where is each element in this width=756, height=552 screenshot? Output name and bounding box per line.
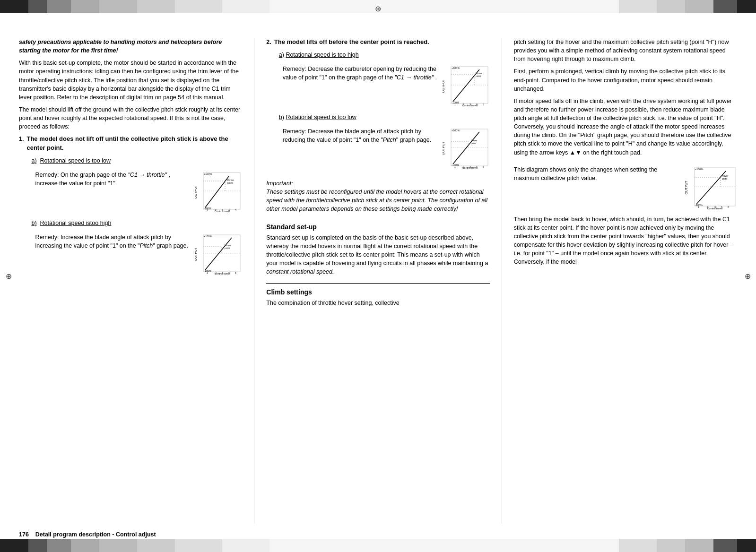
standard-setup-section: Standard set-up Standard set-up is compl…: [266, 218, 489, 280]
chart-1b: OUTPUT +100% -100% Control travel 1 2 3 …: [195, 233, 242, 276]
column-1: safety precautions applicable to handlin…: [19, 38, 242, 524]
item-1-number: 1.: [19, 135, 24, 279]
svg-text:2: 2: [215, 271, 217, 274]
chart-1a: OUTPUT +100% -100% Control travel 1 2 3 …: [195, 171, 242, 213]
svg-text:+100%: +100%: [452, 67, 460, 69]
svg-text:point: point: [722, 177, 727, 180]
svg-text:2: 2: [707, 206, 708, 208]
page-number: 176: [19, 531, 29, 538]
item-2b-label: b) Rotational speed is too low: [279, 113, 356, 121]
diagram-caption: This diagram shows only the changes when…: [514, 165, 678, 186]
svg-rect-32: [451, 67, 488, 104]
item-1a-detail: Remedy: On the graph page of the "C1 → t…: [35, 171, 242, 213]
svg-text:1: 1: [698, 206, 699, 208]
svg-text:3: 3: [469, 103, 471, 106]
col3-text2: First, perform a prolonged, vertical cli…: [514, 67, 737, 93]
col-divider-2: [502, 38, 502, 524]
item-2-sub-a: a) Rotational speed is too high: [279, 51, 490, 59]
svg-text:5: 5: [728, 206, 729, 208]
svg-text:3: 3: [714, 206, 716, 208]
footer-title: Detail program description - Control adj…: [35, 531, 156, 538]
item-1-content: The model does not lift off until the co…: [26, 135, 242, 279]
main-content: safety precautions applicable to handlin…: [0, 28, 756, 533]
col3-text3: If motor speed falls off in the climb, e…: [514, 97, 737, 157]
item-1a-label: a) Rotational speed is too low: [31, 156, 111, 165]
svg-text:5: 5: [235, 271, 236, 274]
svg-text:4: 4: [228, 209, 230, 212]
diagram-section: This diagram shows only the changes when…: [514, 165, 737, 210]
svg-text:OUTPUT: OUTPUT: [195, 185, 197, 199]
svg-text:point: point: [471, 142, 476, 145]
svg-text:2: 2: [463, 165, 464, 168]
svg-text:5: 5: [483, 103, 484, 106]
item-1: 1. The model does not lift off until the…: [19, 135, 242, 279]
page-footer: 176 Detail program description - Control…: [19, 531, 156, 538]
crosshair-top-center: ⊕: [374, 4, 383, 13]
svg-text:1: 1: [207, 271, 208, 274]
intro-text1: With this basic set-up complete, the mot…: [19, 59, 242, 102]
svg-text:OUTPUT: OUTPUT: [443, 79, 445, 93]
svg-text:OUTPUT: OUTPUT: [195, 247, 197, 261]
svg-text:+100%: +100%: [204, 235, 212, 238]
svg-text:3: 3: [222, 209, 223, 212]
item-2-sub-b: b) Rotational speed is too low: [279, 113, 490, 121]
svg-text:3: 3: [469, 165, 471, 168]
svg-text:point: point: [227, 181, 233, 184]
svg-text:OUTPUT: OUTPUT: [685, 181, 688, 195]
svg-text:point: point: [476, 75, 481, 78]
svg-text:1: 1: [454, 103, 456, 106]
item-2a-text: Remedy: Decrease the carburetor opening …: [283, 65, 438, 107]
svg-text:2: 2: [463, 103, 464, 106]
svg-text:4: 4: [476, 103, 478, 106]
svg-text:OUTPUT: OUTPUT: [443, 141, 445, 155]
item-1b-label: b) Rotational speed istoo high: [31, 219, 111, 227]
svg-text:4: 4: [228, 271, 230, 274]
bottom-color-bar: [0, 539, 756, 552]
svg-text:2: 2: [215, 209, 217, 212]
item-1-sub-a: a) Rotational speed is too low: [31, 156, 242, 165]
svg-text:1: 1: [207, 209, 208, 212]
item-1b-text: Remedy: Increase the blade angle of atta…: [35, 233, 190, 276]
climb-text: The combination of throttle hover settin…: [266, 299, 489, 307]
chart-2b: OUTPUT +100% -100% Control travel 1 2 3 …: [443, 127, 490, 170]
svg-rect-0: [203, 172, 240, 209]
item-2a-label: a) Rotational speed is too high: [279, 51, 359, 59]
item-2b-text: Remedy: Decrease the blade angle of atta…: [283, 127, 438, 170]
svg-text:+100%: +100%: [695, 168, 703, 171]
climb-divider: [266, 283, 489, 284]
column-3: pitch setting for the hover and the maxi…: [514, 38, 737, 524]
svg-text:5: 5: [483, 165, 484, 168]
item-1a-text: Remedy: On the graph page of the "C1 → t…: [35, 171, 190, 213]
item-1-title: The model does not lift off until the co…: [26, 135, 242, 153]
svg-text:4: 4: [721, 206, 722, 208]
col-divider-1: [254, 38, 254, 524]
standard-title: Standard set-up: [266, 222, 489, 232]
chart-col3: OUTPUT +100% -100% Control travel 1 2 3 …: [685, 165, 737, 210]
item-1b-detail: Remedy: Increase the blade angle of atta…: [35, 233, 242, 276]
item-1-sub-b: b) Rotational speed istoo high: [31, 219, 242, 227]
svg-text:+100%: +100%: [452, 129, 460, 132]
climb-title: Climb settings: [266, 287, 489, 297]
item-2a-detail: Remedy: Decrease the carburetor opening …: [283, 65, 490, 107]
svg-text:3: 3: [222, 271, 223, 274]
intro-text2: The model should lift off the ground wit…: [19, 105, 242, 131]
chart-2a: OUTPUT +100% -100% Control travel 1 2 3 …: [443, 65, 490, 107]
item-2-content: The model lifts off before the center po…: [274, 38, 490, 175]
item-2-title: The model lifts off before the center po…: [274, 38, 490, 47]
svg-text:1: 1: [454, 165, 456, 168]
standard-text: Standard set-up is completed on the basi…: [266, 233, 489, 276]
climb-settings-section: Climb settings The combination of thrott…: [266, 280, 489, 311]
col3-text4: Then bring the model back to hover, whic…: [514, 215, 737, 267]
item-2-number: 2.: [266, 38, 271, 175]
col3-text1: pitch setting for the hover and the maxi…: [514, 38, 737, 63]
column-2: 2. The model lifts off before the center…: [266, 38, 489, 524]
intro-bold-italic: safety precautions applicable to handlin…: [19, 38, 242, 55]
item-2b-detail: Remedy: Decrease the blade angle of atta…: [283, 127, 490, 170]
svg-text:point: point: [225, 247, 230, 250]
important-block: Important: These settings must be reconf…: [266, 179, 489, 214]
svg-text:4: 4: [476, 165, 478, 168]
svg-text:+100%: +100%: [204, 172, 212, 175]
svg-text:5: 5: [235, 209, 236, 212]
svg-rect-48: [451, 129, 488, 166]
item-2: 2. The model lifts off before the center…: [266, 38, 489, 175]
